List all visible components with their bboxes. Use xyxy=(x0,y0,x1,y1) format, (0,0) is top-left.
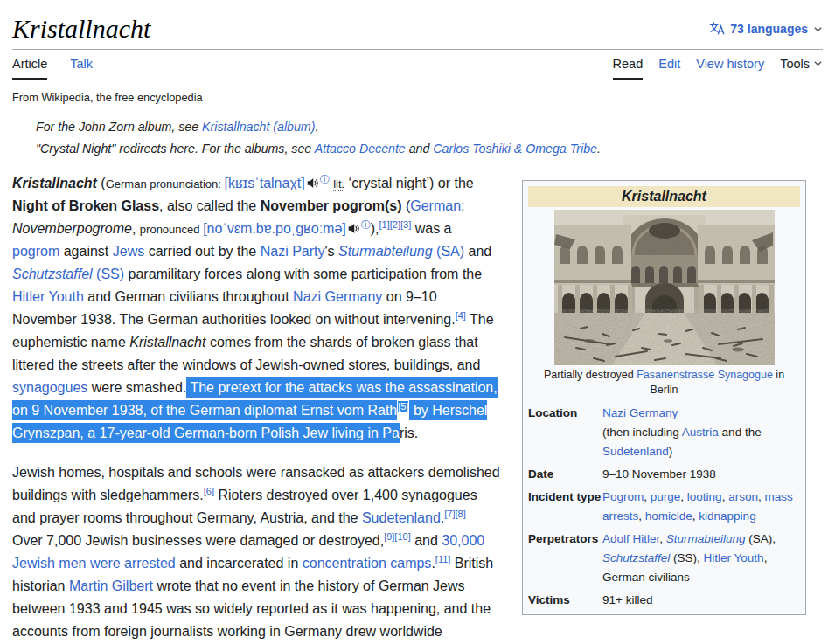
text-segment: Novemberpogrome xyxy=(12,221,132,236)
view-tabs: Read Edit View history Tools xyxy=(613,50,823,80)
paragraph-line: and prayer rooms throughout Germany, Aus… xyxy=(12,507,515,530)
wiki-link[interactable]: (SA) xyxy=(433,244,464,259)
text-segment: Over 7,000 Jewish businesses were damage… xyxy=(12,533,384,548)
wiki-link[interactable]: Sudetenland xyxy=(602,445,669,458)
paragraph-line: Night of Broken Glass, also called the N… xyxy=(12,195,515,218)
wiki-link[interactable]: Schutzstaffel xyxy=(12,267,93,281)
text-segment: ‘crystal night’) or the xyxy=(344,176,474,190)
hatnote: "Crystal Night" redirects here. For the … xyxy=(36,138,823,160)
wiki-link[interactable]: Jews xyxy=(113,244,144,259)
reference-link[interactable]: ⓘ xyxy=(361,219,371,230)
text-segment: littered the streets after the windows o… xyxy=(12,357,480,372)
wiki-link[interactable]: Pogrom xyxy=(602,490,644,503)
hatnote: For the John Zorn album, see Kristallnac… xyxy=(36,116,823,138)
infobox: Kristallnacht xyxy=(522,180,806,615)
wiki-link[interactable]: Jewish men were arrested xyxy=(12,556,176,571)
wiki-link[interactable]: Kristallnacht xyxy=(202,120,269,134)
wiki-link[interactable]: Sturmabteilung xyxy=(338,244,433,259)
text-segment: . xyxy=(597,142,601,156)
wiki-link[interactable]: [kʁɪsˈtalnaχt] xyxy=(225,176,305,190)
tab-article[interactable]: Article xyxy=(12,50,47,80)
wiki-link[interactable]: homicide xyxy=(645,509,692,523)
wiki-link[interactable]: Attacco Decente xyxy=(315,142,406,156)
wiki-link[interactable]: mass xyxy=(764,490,792,503)
wiki-link[interactable]: Martin Gilbert xyxy=(69,578,153,593)
wiki-link[interactable]: Nazi Party xyxy=(261,244,325,259)
wiki-link[interactable]: arrests xyxy=(602,509,638,523)
wiki-link[interactable]: arson xyxy=(728,490,758,503)
text-segment: . xyxy=(315,120,318,134)
text-segment: and German civilians throughout xyxy=(84,289,293,304)
paragraph-line: littered the streets after the windows o… xyxy=(12,354,515,377)
languages-button[interactable]: 73 languages xyxy=(709,21,823,37)
infobox-row: LocationNazi Germany(then including Aust… xyxy=(525,402,803,463)
reference-link[interactable]: [11] xyxy=(435,554,451,564)
paragraph-line: accounts from foreign journalists workin… xyxy=(12,620,515,643)
text-segment: 9–10 November 1938 xyxy=(602,467,716,481)
text-segment: and prayer rooms throughout Germany, Aus… xyxy=(12,510,362,525)
wiki-link[interactable]: purge xyxy=(651,490,681,503)
language-icon xyxy=(709,21,725,37)
speaker-icon[interactable] xyxy=(306,177,319,189)
wiki-link[interactable]: pogrom xyxy=(12,244,59,259)
paragraph-line: Hitler Youth and German civilians throug… xyxy=(12,286,515,308)
infobox-row-label: Perpetrators xyxy=(525,530,602,587)
reference-link[interactable]: [6] xyxy=(204,486,214,496)
text-segment: 91+ killed xyxy=(602,593,652,606)
wiki-link[interactable]: Sturmabteilung xyxy=(666,532,746,545)
paragraph-line: on 9 November 1938, of the German diplom… xyxy=(12,399,515,422)
wiki-link[interactable]: [noˈvɛm.bɐ.poˌɡʁoːmə] xyxy=(203,221,346,236)
wiki-link[interactable]: (SS) xyxy=(93,267,124,281)
tab-talk[interactable]: Talk xyxy=(70,50,93,80)
wiki-link[interactable]: Adolf Hitler xyxy=(602,532,659,545)
title-row: Kristallnacht 73 languages xyxy=(12,0,823,50)
tab-edit[interactable]: Edit xyxy=(658,50,680,80)
text-segment: , xyxy=(659,532,666,545)
infobox-row-label: Victims xyxy=(525,591,602,610)
paragraph-line: buildings with sledgehammers.[6] Rioters… xyxy=(12,484,515,507)
chevron-down-icon xyxy=(813,24,823,34)
wiki-link[interactable]: concentration camps xyxy=(303,556,432,571)
tab-read[interactable]: Read xyxy=(613,50,644,80)
text-segment: 's xyxy=(325,244,339,259)
text-segment: wrote that no event in the history of Ge… xyxy=(153,578,465,593)
wiki-link[interactable]: Sudetenland xyxy=(362,510,441,525)
wiki-link[interactable]: looting xyxy=(687,490,722,503)
text-segment: , xyxy=(638,509,645,523)
paragraph-line: between 1933 and 1945 was so widely repo… xyxy=(12,598,515,620)
reference-link[interactable]: [7][8] xyxy=(444,509,465,519)
text-segment: Partially destroyed xyxy=(544,369,637,381)
wiki-link[interactable]: Nazi Germany xyxy=(602,406,678,419)
text-segment: "Crystal Night" redirects here. For the … xyxy=(36,142,315,156)
infobox-image[interactable] xyxy=(554,210,775,365)
speaker-icon[interactable] xyxy=(347,223,360,234)
infobox-caption: Partially destroyed Fasanenstrasse Synag… xyxy=(525,365,803,402)
wiki-link[interactable]: kidnapping xyxy=(699,509,755,523)
site-tagline: From Wikipedia, the free encyclopedia xyxy=(12,91,823,104)
tab-view-history[interactable]: View history xyxy=(696,50,764,80)
text-segment: on 9 November 1938, of the German diplom… xyxy=(12,400,397,420)
wiki-link[interactable]: Austria xyxy=(682,426,719,439)
reference: [5] xyxy=(397,400,409,412)
text-segment: lit. xyxy=(333,177,344,191)
wiki-link[interactable]: Nazi Germany xyxy=(293,289,382,304)
text-segment: paramilitary forces along with some part… xyxy=(124,267,482,281)
reference-link[interactable]: [9][10] xyxy=(384,531,411,542)
reference-link[interactable]: ⓘ xyxy=(320,174,330,184)
text-segment: and xyxy=(464,244,491,259)
reference-link[interactable]: [1][2][3] xyxy=(379,219,412,230)
wiki-link[interactable]: synagogues xyxy=(12,380,87,395)
wiki-link[interactable]: Hitler Youth xyxy=(704,551,764,564)
text-segment: ris. xyxy=(400,426,418,440)
wiki-link[interactable]: Hitler Youth xyxy=(12,289,84,304)
wiki-link[interactable]: Carlos Toshiki & Omega Tribe xyxy=(433,142,597,156)
wiki-link[interactable]: German: xyxy=(410,198,464,213)
wiki-link[interactable]: (album) xyxy=(269,120,315,134)
wiki-link[interactable]: Fasanenstrasse Synagogue xyxy=(637,369,773,381)
wiki-link[interactable]: Schutzstaffel xyxy=(602,551,670,564)
tools-menu[interactable]: Tools xyxy=(780,50,823,80)
wiki-link[interactable]: 30,000 xyxy=(442,533,484,548)
wikipedia-article-page: Kristallnacht 73 languages Article Talk xyxy=(0,0,835,644)
text-segment: Jewish homes, hospitals and schools were… xyxy=(12,465,500,480)
reference-link[interactable]: [4] xyxy=(456,310,466,321)
